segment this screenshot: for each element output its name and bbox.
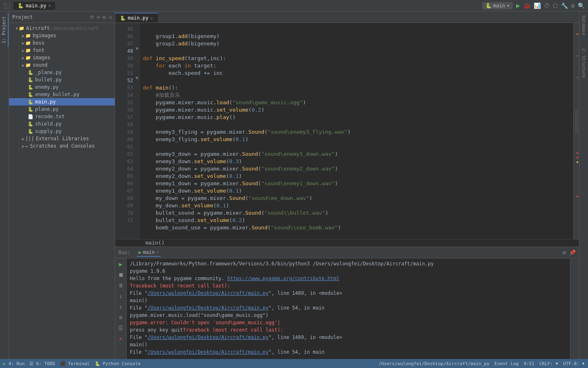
file-link-4[interactable]: /Users/wulongfei/Desktop/Aircraft/main.p… — [147, 349, 268, 355]
tree-item-label: Aircraft — [26, 25, 50, 31]
run-play-button[interactable]: ▶ — [117, 260, 125, 268]
tree-item-_plane[interactable]: 🐍 _plane.py — [9, 69, 115, 76]
debug-button[interactable]: 🐞 — [523, 2, 530, 9]
folder-icon: 📁 — [25, 40, 31, 46]
tab-close-icon[interactable]: ✕ — [49, 3, 51, 8]
fold-52[interactable]: ▼ — [135, 74, 139, 82]
tree-item-supply[interactable]: 🐍 supply.py — [9, 128, 115, 135]
output-file-suffix-2: ", line 54, in main — [269, 305, 325, 311]
code-editor[interactable]: group1.add(bigenemy) group2.add(bigenemy… — [140, 23, 573, 239]
line-num-69: 69 — [117, 202, 133, 209]
tree-item-scratches[interactable]: ▶ ✏ Scratches and Consoles — [9, 142, 115, 150]
profile-button[interactable]: ⏱ — [544, 2, 550, 9]
output-traceback-1: Traceback (most recent call last): — [130, 282, 567, 289]
tree-item-recode[interactable]: 📄 recode.txt — [9, 113, 115, 120]
tree-item-plane[interactable]: 🐍 plane.py — [9, 105, 115, 113]
code-line-58: enemy3_flying = pygame.mixer.Sound("soun… — [143, 129, 351, 135]
line-num-67: 67 — [117, 187, 133, 195]
editor-tab-main-py[interactable]: 🐍 main.py ✕ — [115, 13, 158, 22]
output-file-suffix-1: ", line 1489, in <module> — [269, 290, 343, 296]
output-press-key: press any key quitTraceback (most recent… — [130, 326, 567, 334]
run-stop-button[interactable]: ⏹ — [117, 271, 125, 279]
run-close-button[interactable]: ✕ — [117, 334, 125, 343]
run-config-dropdown-icon[interactable]: ▾ — [507, 3, 510, 9]
pygame-community-link[interactable]: https://www.pygame.org/contribute.html — [227, 276, 339, 281]
run-config-icon: 🐍 — [486, 3, 492, 9]
tree-item-images[interactable]: ▶ 📁 images — [9, 54, 115, 61]
database-panel-tab[interactable]: Database — [581, 13, 587, 38]
tree-item-label: bullet.py — [35, 77, 62, 83]
charset-display[interactable]: UTF-8: ♦ — [563, 361, 585, 366]
run-filter-button[interactable]: ≡ — [117, 313, 125, 321]
project-panel-tab[interactable]: 1: Project — [0, 13, 9, 47]
tree-item-boss[interactable]: ▶ 📁 boss — [9, 39, 115, 47]
sidebar-title: Project — [12, 14, 33, 20]
run-filter-input-button[interactable]: ☰ — [117, 324, 125, 332]
right-scroll-gutter[interactable] — [573, 23, 579, 239]
run-scroll-lock-button[interactable]: ⇕ — [117, 303, 125, 311]
tree-item-label: boss — [33, 40, 45, 46]
concurrency-diagram-button[interactable]: ⬡ — [553, 2, 558, 9]
output-line-3: Hello from the pygame community. https:/… — [130, 275, 567, 282]
show-settings-icon[interactable]: ⚙ — [103, 14, 106, 20]
tree-item-sound[interactable]: ▶ 📁 sound — [9, 61, 115, 69]
scratch-icon: ✏ — [25, 143, 28, 149]
file-link-3[interactable]: /Users/wulongfei/Desktop/Aircraft/main.p… — [147, 334, 268, 340]
run-pause-button[interactable]: ⏸ — [117, 281, 125, 289]
output-pygame-error: pygame.error: Couldn't open 'sound\game_… — [130, 319, 567, 326]
sync-files-icon[interactable]: ⟳ — [90, 14, 94, 20]
event-log-item[interactable]: Event Log — [494, 361, 519, 366]
fold-49 — [135, 52, 139, 60]
scroll-marker-err1 — [577, 153, 578, 154]
fold-45 — [135, 23, 139, 30]
code-line-52: def main(): — [143, 85, 178, 91]
tree-item-font[interactable]: ▶ 📁 font — [9, 47, 115, 54]
collapse-all-icon[interactable]: ⊖ — [97, 14, 100, 20]
tree-item-main[interactable]: 🐍 main.py — [9, 98, 115, 105]
search-button[interactable]: 🔍 — [578, 2, 585, 9]
footer-code-content: main() — [145, 240, 165, 246]
run-settings-icon[interactable]: ⚙ — [563, 249, 566, 256]
py-file-icon: 🐍 — [120, 16, 126, 21]
run-tab-close-icon[interactable]: ✕ — [156, 250, 159, 254]
terminal-status-item[interactable]: ⬛ Terminal — [60, 361, 90, 366]
tree-item-enemy[interactable]: 🐍 enemy.py — [9, 83, 115, 91]
editor-tab-close-icon[interactable]: ✕ — [151, 16, 153, 20]
run-configuration[interactable]: 🐍 main ▾ — [482, 2, 513, 9]
run-tab-main[interactable]: ▶ main ✕ — [137, 249, 160, 257]
line-num-51: 51 — [117, 70, 133, 77]
file-link-2[interactable]: /Users/wulongfei/Desktop/Aircraft/main.p… — [147, 305, 268, 311]
file-link-1[interactable]: /Users/wulongfei/Desktop/Aircraft/main.p… — [147, 290, 268, 296]
settings-button[interactable]: ⚙ — [571, 2, 575, 9]
tree-item-label: _plane.py — [35, 70, 62, 75]
run-status-item[interactable]: ▶ 4: Run — [3, 361, 24, 366]
sidebar-header: Project ⟳ ⊖ ⚙ ◁ — [9, 11, 115, 23]
tree-item-aircraft[interactable]: ▼ 📁 Aircraft ~/Desktop/Aircraft — [9, 25, 115, 32]
hide-sidebar-icon[interactable]: ◁ — [109, 14, 111, 20]
code-line-53: #加载音乐 — [143, 92, 180, 98]
python-file-icon: 🐍 — [28, 77, 33, 83]
run-button[interactable]: ▶ — [516, 2, 520, 9]
external-tools-button[interactable]: 🔧 — [561, 2, 568, 9]
python-file-icon: 🐍 — [28, 92, 33, 97]
line-num-65: 65 — [117, 173, 133, 180]
tree-item-shield[interactable]: 🐍 shield.py — [9, 120, 115, 128]
run-pin-icon[interactable]: 📌 — [569, 249, 576, 256]
structure-panel-tab[interactable]: 2: Structure — [581, 46, 587, 80]
tree-item-external-libs[interactable]: ▶ ||| External Libraries — [9, 135, 115, 142]
run-body: ▶ ⏹ ⏸ ↓ ⇕ ≡ ☰ ✕ /Library/Frameworks/Pyth… — [115, 258, 579, 359]
scroll-thumb[interactable] — [575, 110, 578, 134]
run-with-coverage-button[interactable]: 📊 — [534, 2, 541, 9]
run-step-over-button[interactable]: ↓ — [117, 292, 125, 300]
tree-item-label: Scratches and Consoles — [30, 143, 95, 149]
editor-tab-main[interactable]: 🐍 main.py ✕ — [13, 2, 55, 10]
file-icon: 🐍 — [18, 3, 24, 9]
fold-48[interactable]: ▼ — [135, 45, 139, 52]
text-file-icon: 📄 — [28, 114, 33, 119]
todo-status-item[interactable]: ☰ 6: TODO — [29, 361, 55, 366]
crlf-display[interactable]: CRLF: ♦ — [539, 361, 558, 366]
tree-item-bullet[interactable]: 🐍 bullet.py — [9, 76, 115, 83]
tree-item-bgimages[interactable]: ▶ 📁 bgimages — [9, 32, 115, 39]
tree-item-enemy-bullet[interactable]: 🐍 enemy_bullet.py — [9, 91, 115, 98]
python-console-status-item[interactable]: 🐍 Python Console — [95, 361, 141, 366]
